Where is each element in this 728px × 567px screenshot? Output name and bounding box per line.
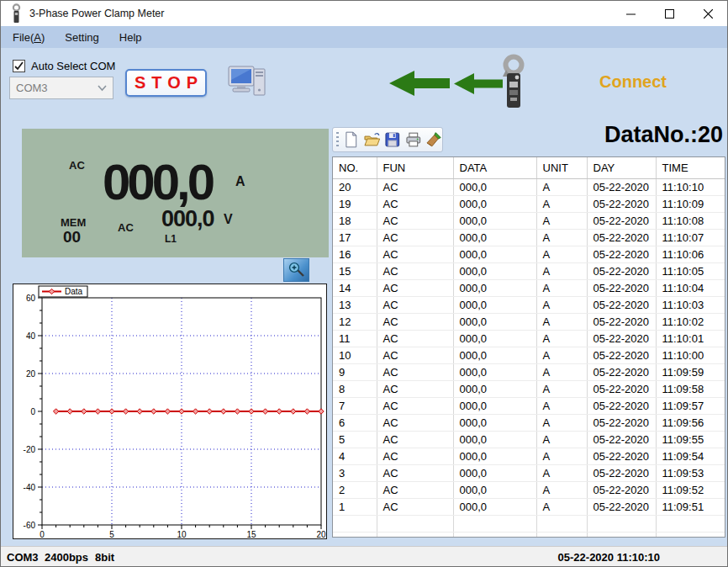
table-cell: AC bbox=[377, 313, 453, 330]
table-cell: 05-22-2020 bbox=[587, 464, 656, 481]
stop-button[interactable]: STOP bbox=[125, 69, 207, 97]
table-cell: 000,0 bbox=[453, 330, 536, 347]
table-cell: A bbox=[536, 246, 587, 262]
table-cell: 10 bbox=[333, 347, 377, 363]
maximize-button[interactable] bbox=[650, 1, 688, 26]
table-cell: 05-22-2020 bbox=[587, 246, 656, 262]
table-cell: 11:09:59 bbox=[656, 363, 725, 380]
table-cell: 14 bbox=[333, 279, 377, 296]
table-cell: AC bbox=[377, 262, 453, 279]
table-cell: 000,0 bbox=[453, 464, 536, 481]
svg-text:10: 10 bbox=[177, 530, 187, 538]
svg-text:5: 5 bbox=[109, 530, 114, 538]
table-row[interactable]: 3AC000,0A05-22-202011:09:53 bbox=[333, 464, 725, 481]
minimize-icon bbox=[626, 9, 636, 19]
com-port-select[interactable]: COM3 bbox=[9, 77, 113, 99]
table-cell: 000,0 bbox=[453, 481, 536, 498]
table-header-row: NO.FUNDATAUNITDAYTIME bbox=[333, 157, 725, 178]
menu-file[interactable]: File(A) bbox=[4, 28, 53, 47]
table-cell: 20 bbox=[333, 178, 377, 195]
column-header[interactable]: TIME bbox=[656, 157, 725, 178]
clear-icon[interactable] bbox=[425, 131, 442, 148]
lcd-current-unit: A bbox=[235, 174, 245, 189]
statusbar: COM3 2400bps 8bit 05-22-2020 11:10:10 bbox=[1, 546, 727, 567]
table-row[interactable]: 19AC000,0A05-22-202011:10:09 bbox=[333, 195, 725, 212]
table-cell: A bbox=[536, 363, 587, 380]
table-cell: A bbox=[536, 229, 587, 246]
table-row[interactable]: 9AC000,0A05-22-202011:09:59 bbox=[333, 363, 725, 380]
table-cell: 000,0 bbox=[453, 296, 536, 313]
svg-text:Data: Data bbox=[65, 287, 83, 296]
svg-text:0: 0 bbox=[40, 530, 45, 538]
table-cell: A bbox=[536, 431, 587, 448]
print-icon[interactable] bbox=[405, 131, 422, 148]
table-row[interactable]: 15AC000,0A05-22-202011:10:05 bbox=[333, 262, 725, 279]
chart: 6040200-20-40-6005101520Data bbox=[13, 284, 327, 539]
table-cell: AC bbox=[377, 212, 453, 229]
svg-text:15: 15 bbox=[246, 530, 256, 538]
table-cell: 9 bbox=[333, 363, 377, 380]
data-table-body: 20AC000,0A05-22-202011:10:1019AC000,0A05… bbox=[333, 178, 725, 538]
table-cell: AC bbox=[377, 464, 453, 481]
table-row[interactable]: 5AC000,0A05-22-202011:09:55 bbox=[333, 431, 725, 448]
column-header[interactable]: NO. bbox=[333, 157, 377, 178]
auto-select-com-row: Auto Select COM bbox=[13, 60, 115, 72]
svg-text:-40: -40 bbox=[24, 483, 36, 492]
table-row[interactable]: 20AC000,0A05-22-202011:10:10 bbox=[333, 178, 725, 195]
table-cell: 05-22-2020 bbox=[587, 262, 656, 279]
table-cell: 11:10:02 bbox=[656, 313, 725, 330]
table-cell: 000,0 bbox=[453, 212, 536, 229]
table-cell: 05-22-2020 bbox=[587, 363, 656, 380]
table-cell: AC bbox=[377, 195, 453, 212]
table-cell: 11:09:57 bbox=[656, 397, 725, 414]
table-row[interactable]: 2AC000,0A05-22-202011:09:52 bbox=[333, 481, 725, 498]
lcd-volt-unit: V bbox=[224, 212, 233, 227]
table-row[interactable]: 6AC000,0A05-22-202011:09:56 bbox=[333, 414, 725, 431]
svg-text:60: 60 bbox=[26, 294, 36, 303]
table-cell: 000,0 bbox=[453, 448, 536, 464]
new-file-icon[interactable] bbox=[343, 131, 360, 148]
menu-setting[interactable]: Setting bbox=[56, 28, 107, 47]
app-window: 3-Phase Power Clamp Meter File(A) Settin… bbox=[0, 0, 728, 567]
save-file-icon[interactable] bbox=[384, 131, 401, 148]
column-header[interactable]: FUN bbox=[377, 157, 453, 178]
table-cell: 05-22-2020 bbox=[587, 481, 656, 498]
table-row[interactable]: 14AC000,0A05-22-202011:10:04 bbox=[333, 279, 725, 296]
window-title: 3-Phase Power Clamp Meter bbox=[29, 8, 164, 19]
status-data-bits: 8bit bbox=[95, 551, 114, 564]
table-cell: AC bbox=[377, 363, 453, 380]
table-cell: 1 bbox=[333, 498, 377, 515]
table-row[interactable]: 10AC000,0A05-22-202011:10:00 bbox=[333, 347, 725, 363]
close-button[interactable] bbox=[688, 1, 727, 26]
table-row[interactable]: 1AC000,0A05-22-202011:09:51 bbox=[333, 498, 725, 515]
table-cell: A bbox=[536, 195, 587, 212]
table-cell: 11:09:51 bbox=[656, 498, 725, 515]
column-header[interactable]: DAY bbox=[587, 157, 656, 178]
toolbar-grip[interactable] bbox=[336, 132, 339, 147]
auto-select-com-checkbox[interactable] bbox=[13, 60, 25, 72]
minimize-button[interactable] bbox=[611, 1, 650, 26]
table-cell: 000,0 bbox=[453, 313, 536, 330]
data-table-region: NO.FUNDATAUNITDAYTIME 20AC000,0A05-22-20… bbox=[332, 156, 725, 538]
table-cell: 05-22-2020 bbox=[587, 296, 656, 313]
zoom-display-button[interactable] bbox=[283, 258, 309, 282]
open-file-icon[interactable] bbox=[364, 131, 381, 148]
table-row[interactable]: 4AC000,0A05-22-202011:09:54 bbox=[333, 448, 725, 464]
column-header[interactable]: UNIT bbox=[536, 157, 587, 178]
table-row[interactable]: 11AC000,0A05-22-202011:10:01 bbox=[333, 330, 725, 347]
menu-help[interactable]: Help bbox=[111, 28, 150, 47]
table-row[interactable]: 13AC000,0A05-22-202011:10:03 bbox=[333, 296, 725, 313]
table-cell-empty bbox=[587, 515, 656, 532]
table-row[interactable]: 7AC000,0A05-22-202011:09:57 bbox=[333, 397, 725, 414]
table-row[interactable]: 16AC000,0A05-22-202011:10:06 bbox=[333, 246, 725, 262]
table-row[interactable]: 12AC000,0A05-22-202011:10:02 bbox=[333, 313, 725, 330]
column-header[interactable]: DATA bbox=[453, 157, 536, 178]
table-row[interactable]: 17AC000,0A05-22-202011:10:07 bbox=[333, 229, 725, 246]
table-cell: 11:10:07 bbox=[656, 229, 725, 246]
table-cell: 11 bbox=[333, 330, 377, 347]
table-row[interactable]: 18AC000,0A05-22-202011:10:08 bbox=[333, 212, 725, 229]
table-cell: 11:10:01 bbox=[656, 330, 725, 347]
table-cell: 11:10:00 bbox=[656, 347, 725, 363]
table-row[interactable]: 8AC000,0A05-22-202011:09:58 bbox=[333, 380, 725, 397]
table-cell: 6 bbox=[333, 414, 377, 431]
